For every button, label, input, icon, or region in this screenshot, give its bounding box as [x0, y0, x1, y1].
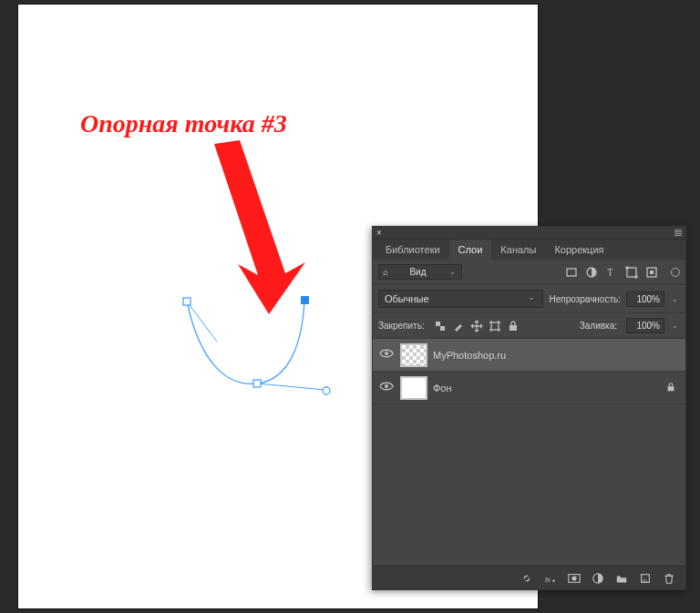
lock-transparency-icon[interactable]	[434, 320, 447, 332]
svg-rect-10	[650, 271, 654, 274]
layer-name-label[interactable]: MyPhotoshop.ru	[433, 350, 680, 361]
panel-tabs: Библиотеки Слои Каналы Коррекция	[373, 240, 685, 260]
lock-position-icon[interactable]	[470, 320, 483, 332]
lock-row: Закрепить: Заливка: 100% ⌄	[373, 313, 685, 339]
adjustment-layer-icon[interactable]	[591, 571, 605, 586]
layers-list: MyPhotoshop.ru Фон	[373, 339, 685, 566]
panel-close-icon[interactable]: ×	[376, 228, 382, 238]
filter-shape-icon[interactable]	[625, 266, 638, 279]
tab-layers[interactable]: Слои	[449, 240, 492, 260]
filter-adjust-icon[interactable]	[585, 266, 598, 279]
filter-toggle-icon[interactable]	[671, 268, 680, 277]
tab-channels[interactable]: Каналы	[491, 240, 545, 260]
fill-label: Заливка:	[580, 321, 617, 331]
chevron-down-icon[interactable]: ⌄	[670, 322, 680, 330]
svg-rect-12	[440, 326, 445, 331]
delete-layer-icon[interactable]	[662, 571, 676, 586]
anchor-point-3[interactable]	[301, 296, 309, 304]
layer-thumbnail[interactable]	[400, 376, 427, 400]
svg-rect-13	[491, 322, 499, 330]
lock-icon	[665, 382, 680, 394]
blend-mode-label: Обычные	[385, 293, 429, 304]
new-group-icon[interactable]	[614, 571, 629, 586]
filter-type-icon[interactable]: T	[605, 266, 618, 279]
svg-line-2	[257, 383, 325, 390]
panel-menu-icon[interactable]	[674, 230, 682, 236]
pen-tool-path[interactable]	[155, 278, 374, 433]
filter-smart-icon[interactable]	[645, 266, 658, 279]
lock-brush-icon[interactable]	[452, 320, 465, 332]
lock-all-icon[interactable]	[507, 320, 520, 332]
blend-mode-select[interactable]: Обычные ⌄	[378, 290, 543, 308]
panel-header: ×	[373, 227, 685, 240]
visibility-eye-icon[interactable]	[378, 348, 395, 362]
layer-row[interactable]: MyPhotoshop.ru	[373, 339, 685, 372]
chevron-down-icon: ⌄	[448, 268, 458, 276]
svg-text:fx: fx	[545, 575, 551, 583]
svg-rect-14	[510, 325, 517, 331]
lock-artboard-icon[interactable]	[489, 320, 501, 332]
annotation-label: Опорная точка #3	[80, 109, 287, 138]
chevron-down-icon[interactable]: ⌄	[670, 295, 680, 303]
svg-rect-7	[626, 266, 629, 269]
svg-point-20	[571, 576, 576, 580]
layer-filter-row: ⌕ Вид ⌄ T	[373, 260, 685, 285]
panel-footer: fx	[373, 566, 685, 589]
layer-mask-icon[interactable]	[567, 571, 582, 586]
fill-input[interactable]: 100%	[626, 318, 664, 333]
tab-adjustments[interactable]: Коррекция	[545, 240, 612, 260]
filter-pixel-icon[interactable]	[565, 266, 578, 279]
svg-rect-11	[436, 322, 440, 326]
svg-rect-8	[635, 275, 638, 278]
blend-row: Обычные ⌄ Непрозрачность: 100% ⌄	[373, 285, 685, 313]
opacity-input[interactable]: 100%	[626, 291, 664, 307]
layer-fx-icon[interactable]: fx	[543, 571, 558, 586]
svg-line-1	[187, 301, 217, 342]
layers-panel: × Библиотеки Слои Каналы Коррекция ⌕ Вид…	[372, 226, 686, 590]
filter-kind-select[interactable]: ⌕ Вид ⌄	[378, 264, 462, 280]
svg-rect-3	[567, 269, 576, 276]
visibility-eye-icon[interactable]	[378, 381, 395, 394]
direction-point[interactable]	[323, 387, 330, 394]
svg-text:T: T	[607, 267, 613, 278]
filter-kind-label: Вид	[409, 267, 426, 277]
chevron-down-icon: ⌄	[527, 293, 537, 304]
tab-libraries[interactable]: Библиотеки	[376, 240, 449, 260]
svg-marker-0	[214, 140, 305, 314]
anchor-point-2[interactable]	[253, 380, 261, 387]
layer-thumbnail[interactable]	[400, 343, 427, 367]
layer-row[interactable]: Фон	[373, 372, 685, 404]
new-layer-icon[interactable]	[638, 571, 653, 586]
lock-label: Закрепить:	[378, 321, 425, 331]
anchor-point-1[interactable]	[183, 298, 190, 305]
opacity-label: Непрозрачность:	[549, 294, 621, 304]
svg-point-16	[385, 384, 388, 388]
svg-rect-17	[668, 386, 674, 391]
link-layers-icon[interactable]	[520, 571, 534, 586]
annotation-arrow	[178, 137, 314, 319]
layer-name-label[interactable]: Фон	[433, 383, 660, 393]
svg-point-15	[385, 352, 388, 355]
search-icon: ⌕	[383, 267, 388, 277]
